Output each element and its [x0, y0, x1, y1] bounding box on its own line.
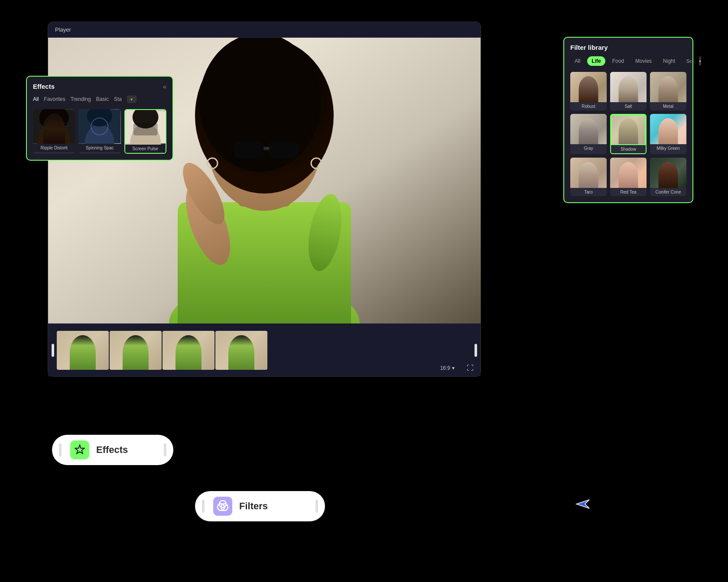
effects-bar[interactable]: Effects — [52, 435, 173, 465]
filter-thumb-salt — [610, 72, 647, 102]
aspect-ratio-indicator[interactable]: 16:9 ▾ — [440, 365, 455, 371]
filter-tab-night[interactable]: Night — [659, 56, 679, 66]
effects-panel: Effects « All Favorites Trending Basic S… — [26, 76, 173, 161]
filter-person-metal — [659, 76, 678, 102]
filter-name-redtea: Red Tea — [610, 188, 647, 196]
filter-tab-all[interactable]: All — [570, 56, 585, 66]
player-title: Player — [55, 26, 71, 33]
filter-name-metal: Metal — [650, 102, 686, 110]
svg-line-20 — [39, 122, 69, 130]
player-header: Player — [48, 22, 481, 38]
filter-thumb-robust — [570, 72, 607, 102]
filter-name-conifercone: Conifer Cone — [650, 188, 686, 196]
filter-person-robust — [579, 76, 598, 102]
filter-panel: Filter library All Life Food Movies Nigh… — [563, 37, 693, 203]
effects-star-icon — [74, 444, 86, 456]
thumb-person-3 — [176, 335, 202, 370]
filter-name-shadow: Shadow — [611, 145, 646, 153]
filter-item-metal[interactable]: Metal — [650, 72, 686, 110]
effect-thumb-spinning — [78, 109, 120, 144]
effects-panel-header: Effects « — [33, 83, 166, 90]
svg-point-18 — [39, 109, 69, 131]
filter-thumb-metal — [650, 72, 686, 102]
filter-tab-movies[interactable]: Movies — [631, 56, 656, 66]
aspect-ratio-chevron: ▾ — [452, 365, 455, 371]
effect-thumb-screenpulse — [125, 110, 166, 145]
filter-item-shadow[interactable]: Shadow — [610, 114, 647, 154]
filter-person-shadow — [619, 118, 638, 144]
effect-name-screenpulse: Screen Pulse — [125, 145, 166, 153]
filters-rings-icon — [217, 500, 229, 512]
effects-bar-icon — [70, 440, 89, 459]
filter-thumb-taro — [570, 158, 607, 188]
filters-bar-label: Filters — [239, 501, 268, 512]
filter-thumb-milkygreen — [650, 114, 686, 144]
filter-person-gray — [579, 118, 598, 144]
effects-tab-basic[interactable]: Basic — [96, 95, 109, 103]
timeline-strip: 16:9 ▾ ⛶ — [48, 324, 481, 376]
effect-thumb-ripple — [33, 109, 75, 144]
svg-rect-28 — [133, 123, 157, 136]
filter-name-robust: Robust — [570, 102, 607, 110]
effect-item-screenpulse[interactable]: Screen Pulse — [124, 109, 166, 154]
timeline-notch-left — [52, 344, 54, 357]
fullscreen-button[interactable]: ⛶ — [467, 364, 474, 372]
filter-person-salt — [619, 76, 638, 102]
filter-name-milkygreen: Milky Green — [650, 144, 686, 152]
thumb-person-1 — [70, 335, 96, 370]
filter-person-milkygreen — [659, 118, 678, 144]
svg-rect-8 — [269, 142, 299, 158]
fullscreen-icon: ⛶ — [467, 364, 474, 372]
filter-item-conifercone[interactable]: Conifer Cone — [650, 158, 686, 196]
svg-rect-7 — [234, 142, 264, 158]
filter-tab-more-button[interactable]: ▾ — [699, 56, 701, 66]
timeline-notch-right — [474, 344, 477, 357]
effect-name-spinning: Spinning Spac — [78, 144, 120, 152]
timeline-thumb-1 — [57, 331, 109, 370]
effects-tab-more-button[interactable]: ▾ — [127, 95, 136, 103]
effects-close-button[interactable]: « — [163, 83, 166, 90]
timeline-thumb-3 — [162, 331, 214, 370]
filter-tabs: All Life Food Movies Night Sc ▾ — [570, 56, 686, 66]
effects-tab-all[interactable]: All — [33, 95, 39, 103]
filter-panel-title: Filter library — [570, 44, 686, 51]
filters-bar-icon — [213, 497, 232, 516]
filter-tab-life[interactable]: Life — [587, 56, 605, 66]
timeline-thumb-2 — [110, 331, 162, 370]
effects-tab-trending[interactable]: Trending — [71, 95, 91, 103]
effects-bar-label: Effects — [96, 444, 128, 456]
effects-bar-notch-right — [164, 443, 166, 456]
filter-name-gray: Gray — [570, 144, 607, 152]
cursor-arrow-icon — [574, 495, 592, 513]
effects-tab-sta[interactable]: Sta — [114, 95, 122, 103]
filter-name-salt: Salt — [610, 102, 647, 110]
filter-thumb-conifercone — [650, 158, 686, 188]
timeline-thumb-4 — [215, 331, 267, 370]
filters-bar[interactable]: Filters — [195, 491, 325, 521]
filter-person-redtea — [619, 162, 638, 188]
filter-item-robust[interactable]: Robust — [570, 72, 607, 110]
filter-tab-sc[interactable]: Sc — [682, 57, 696, 65]
filter-person-conifercone — [659, 162, 678, 188]
filters-bar-notch-left — [202, 500, 205, 513]
effect-item-spinning[interactable]: Spinning Spac — [78, 109, 120, 154]
filter-tab-food[interactable]: Food — [608, 56, 628, 66]
filter-item-milkygreen[interactable]: Milky Green — [650, 114, 686, 154]
effect-item-ripple[interactable]: Ripple Distorti — [33, 109, 75, 154]
effects-tabs: All Favorites Trending Basic Sta ▾ — [33, 95, 166, 103]
effects-panel-title: Effects — [33, 83, 55, 90]
effects-bar-notch-left — [59, 443, 62, 456]
filter-name-taro: Taro — [570, 188, 607, 196]
player-container: Player — [48, 22, 481, 377]
effects-grid: Ripple Distorti Spinning Spac — [33, 109, 166, 154]
filter-item-taro[interactable]: Taro — [570, 158, 607, 196]
filter-person-taro — [579, 162, 598, 188]
filter-thumb-shadow — [611, 115, 646, 145]
filter-item-gray[interactable]: Gray — [570, 114, 607, 154]
effect-name-ripple: Ripple Distorti — [33, 144, 75, 152]
filters-bar-notch-right — [315, 500, 318, 513]
effects-tab-favorites[interactable]: Favorites — [44, 95, 65, 103]
thumb-person-4 — [228, 335, 254, 370]
filter-item-redtea[interactable]: Red Tea — [610, 158, 647, 196]
filter-item-salt[interactable]: Salt — [610, 72, 647, 110]
